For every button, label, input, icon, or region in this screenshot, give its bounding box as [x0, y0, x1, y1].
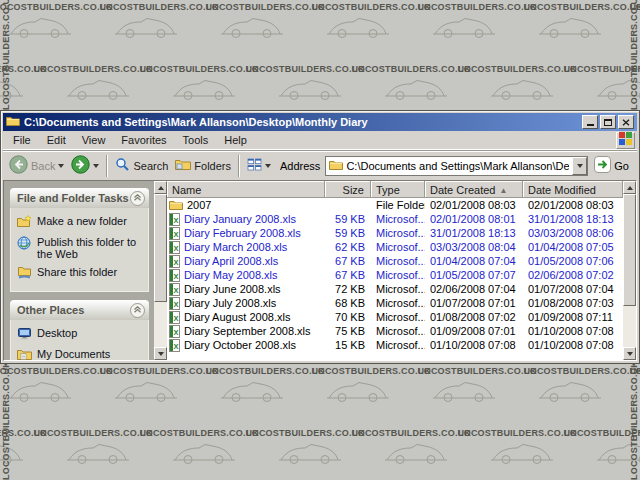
scrollbar-thumb[interactable] [623, 194, 636, 306]
task-item[interactable]: Desktop [17, 327, 145, 342]
back-icon [9, 155, 28, 176]
search-label: Search [133, 160, 168, 172]
address-value[interactable]: C:\Documents and Settings\Mark Allanson\… [346, 160, 569, 172]
menu-item-edit[interactable]: Edit [39, 132, 74, 148]
menu-item-view[interactable]: View [74, 132, 114, 148]
file-size: 59 KB [325, 227, 371, 239]
back-dropdown-icon[interactable] [58, 164, 64, 168]
file-row[interactable]: XDiary May 2008.xls67 KBMicrosof...01/05… [167, 268, 623, 282]
scroll-up-icon [627, 186, 633, 190]
views-button[interactable] [244, 156, 274, 175]
views-dropdown-icon[interactable] [265, 164, 271, 168]
file-list-area: Name Size Type Date Created▲ Date Modifi… [167, 181, 636, 360]
column-header-type[interactable]: Type [371, 181, 425, 198]
file-date-modified: 03/03/2008 08:06 [523, 227, 623, 239]
toolbar-separator [106, 155, 108, 177]
file-date-created: 01/04/2008 07:04 [425, 255, 523, 267]
go-arrow-icon [594, 156, 611, 175]
column-headers: Name Size Type Date Created▲ Date Modifi… [167, 181, 623, 198]
scrollbar-thumb[interactable] [154, 194, 167, 302]
task-item[interactable]: Share this folder [17, 266, 145, 281]
car-sketch-icon [490, 441, 554, 469]
file-date-created: 02/06/2008 07:04 [425, 283, 523, 295]
file-row[interactable]: XDiary October 2008.xls15 KBMicrosof...0… [167, 338, 623, 352]
file-type: Microsof... [371, 339, 425, 351]
search-button[interactable]: Search [112, 155, 171, 176]
menu-item-favorites[interactable]: Favorites [113, 132, 174, 148]
task-label: Desktop [37, 327, 77, 339]
svg-text:X: X [173, 229, 178, 238]
panel-header-file-and-folder-tasks[interactable]: File and Folder Tasks [10, 188, 149, 208]
watermark-text: LOCOSTBUILDERS.CO.UK [458, 64, 577, 74]
file-row[interactable]: XDiary April 2008.xls67 KBMicrosof...01/… [167, 254, 623, 268]
file-name-cell: XDiary February 2008.xls [167, 227, 325, 240]
forward-dropdown-icon[interactable] [93, 164, 99, 168]
collapse-panel-button[interactable] [130, 191, 145, 206]
folders-button[interactable]: Folders [172, 156, 234, 175]
address-bar[interactable]: C:\Documents and Settings\Mark Allanson\… [325, 156, 588, 176]
file-row[interactable]: XDiary August 2008.xls70 KBMicrosof...01… [167, 310, 623, 324]
file-row[interactable]: XDiary January 2008.xls59 KBMicrosof...0… [167, 212, 623, 226]
file-date-created: 01/05/2008 07:07 [425, 269, 523, 281]
file-row[interactable]: 2007File Folder02/01/2008 08:0302/01/200… [167, 198, 623, 212]
task-item[interactable]: Publish this folder to the Web [17, 236, 145, 260]
scroll-up-button[interactable] [154, 181, 167, 194]
close-button[interactable] [618, 115, 634, 129]
panel-title: File and Folder Tasks [17, 192, 129, 204]
file-date-modified: 01/04/2008 07:05 [523, 241, 623, 253]
go-label: Go [614, 160, 629, 172]
maximize-button[interactable] [600, 115, 616, 129]
menu-item-help[interactable]: Help [216, 132, 255, 148]
column-header-date-modified[interactable]: Date Modified [523, 181, 623, 198]
file-name-cell: XDiary October 2008.xls [167, 339, 325, 352]
share-folder-icon [17, 266, 32, 281]
maximize-icon [604, 119, 612, 126]
file-row[interactable]: XDiary February 2008.xls59 KBMicrosof...… [167, 226, 623, 240]
menu-item-file[interactable]: File [5, 132, 39, 148]
watermark-text: LOCOSTBUILDERS.CO.UK [34, 428, 153, 438]
column-label: Type [376, 184, 400, 196]
scroll-down-button[interactable] [154, 347, 167, 360]
file-name-cell: XDiary March 2008.xls [167, 241, 325, 254]
file-type: Microsof... [371, 213, 425, 225]
file-list-scrollbar[interactable] [623, 181, 636, 360]
back-button[interactable]: Back [6, 153, 67, 178]
title-bar[interactable]: C:\Documents and Settings\Mark Allanson\… [3, 113, 637, 131]
task-item[interactable]: My Documents [17, 348, 145, 360]
address-dropdown-button[interactable] [572, 157, 587, 175]
file-row[interactable]: XDiary July 2008.xls68 KBMicrosof...01/0… [167, 296, 623, 310]
scroll-down-button[interactable] [623, 347, 636, 360]
file-row[interactable]: XDiary March 2008.xls62 KBMicrosof...03/… [167, 240, 623, 254]
menu-item-tools[interactable]: Tools [175, 132, 217, 148]
file-row[interactable]: XDiary September 2008.xls75 KBMicrosof..… [167, 324, 623, 338]
toolbar: Back Search Folders Address C:\Documents… [3, 150, 637, 180]
back-label: Back [31, 160, 55, 172]
collapse-panel-button[interactable] [130, 303, 145, 318]
file-size: 62 KB [325, 241, 371, 253]
column-label: Size [343, 184, 364, 196]
minimize-button[interactable] [582, 115, 598, 129]
excel-icon: X [169, 255, 180, 268]
watermark-text: LOCOSTBUILDERS.CO.UK [524, 366, 640, 376]
column-header-date-created[interactable]: Date Created▲ [425, 181, 523, 198]
go-button[interactable]: Go [589, 156, 634, 175]
car-sketch-icon [384, 77, 448, 105]
file-size: 68 KB [325, 297, 371, 309]
file-row[interactable]: XDiary June 2008.xls72 KBMicrosof...02/0… [167, 282, 623, 296]
watermark-text-vertical: LOCOSTBUILDERS.CO.UK [629, 0, 639, 110]
excel-icon: X [169, 241, 180, 254]
panel-header-other-places[interactable]: Other Places [10, 300, 149, 320]
task-item[interactable]: Make a new folder [17, 215, 145, 230]
car-sketch-icon [114, 15, 178, 43]
file-date-modified: 01/05/2008 07:06 [523, 255, 623, 267]
window-controls [582, 115, 634, 129]
scroll-down-icon [627, 352, 633, 356]
forward-button[interactable] [68, 153, 102, 178]
task-pane-scrollbar[interactable] [154, 181, 167, 360]
views-icon [247, 158, 262, 173]
scroll-up-button[interactable] [623, 181, 636, 194]
file-date-created: 31/01/2008 18:13 [425, 227, 523, 239]
column-header-name[interactable]: Name [167, 181, 325, 198]
file-size: 72 KB [325, 283, 371, 295]
column-header-size[interactable]: Size [325, 181, 371, 198]
